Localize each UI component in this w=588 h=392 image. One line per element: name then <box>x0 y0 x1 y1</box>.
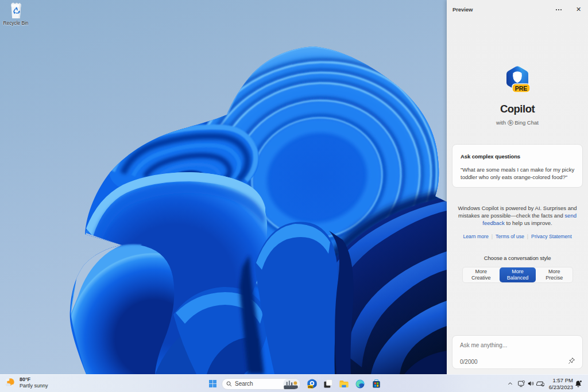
svg-text:PRE: PRE <box>515 85 528 92</box>
svg-text:PRE: PRE <box>308 386 313 389</box>
svg-text:b: b <box>509 121 512 125</box>
